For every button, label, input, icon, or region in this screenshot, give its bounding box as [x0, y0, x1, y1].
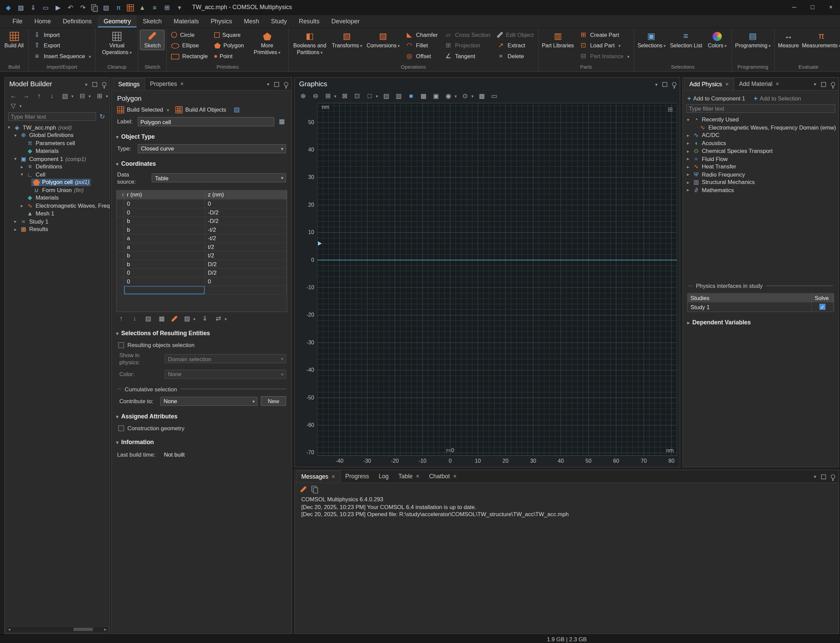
tab-log[interactable]: Log [374, 471, 394, 483]
load-table-button[interactable]: ▧ [183, 315, 196, 322]
expand-icon[interactable]: ▸ [685, 148, 691, 153]
menu-tab-materials[interactable]: Materials [168, 15, 205, 28]
tree-item-acoustics[interactable]: ▸◖Acoustics [683, 139, 838, 147]
tree-item-form-union[interactable]: ∪Form Union(fin) [5, 186, 109, 194]
menu-tab-home[interactable]: Home [28, 15, 57, 28]
add-to-component-button[interactable]: Add to Component 1 [687, 95, 745, 102]
scrollbar-thumb[interactable] [74, 628, 93, 631]
row-table-button[interactable]: ▦ [158, 315, 166, 322]
table-cell[interactable]: b [124, 217, 205, 225]
table-row[interactable]: 00 [117, 199, 287, 208]
section-dependent-variables[interactable]: Dependent Variables [687, 319, 834, 326]
collapse-icon[interactable]: ▾ [19, 172, 25, 177]
exchange-button[interactable]: ⇄ [214, 315, 227, 322]
view-left-button[interactable]: ▤ [382, 92, 391, 100]
refresh-icon[interactable]: ↻ [98, 113, 106, 121]
tree-item-recently-used[interactable]: ▾◔Recently Used [683, 116, 838, 124]
tree-item-electromagnetic-waves-frequency-domain-emw[interactable]: ∿Electromagnetic Waves, Frequency Domain… [683, 124, 838, 131]
table-cell[interactable]: D/2 [205, 260, 286, 268]
extract-button[interactable]: ↗Extract [494, 41, 536, 51]
chevron-down-icon[interactable] [267, 80, 269, 88]
tab-settings[interactable]: Settings [113, 78, 145, 90]
menu-tab-results[interactable]: Results [293, 15, 325, 28]
pin-icon[interactable] [102, 82, 106, 86]
build-all-icon[interactable] [127, 4, 134, 11]
table-cell[interactable]: a [124, 243, 205, 251]
booleans-and-partitions-button[interactable]: ◧Booleans and Partitions [290, 30, 329, 57]
close-tab-icon[interactable] [453, 473, 456, 480]
menu-tab-sketch[interactable]: Sketch [137, 15, 167, 28]
window-layout-icon[interactable]: ⊞ [163, 4, 171, 11]
section-coordinates[interactable]: Coordinates [116, 160, 287, 167]
pin-icon[interactable] [831, 82, 835, 86]
ellipse-button[interactable]: Ellipse [169, 41, 211, 51]
expand-all-button[interactable]: ⊞ [95, 92, 108, 100]
menu-tab-mesh[interactable]: Mesh [238, 15, 265, 28]
table-cell[interactable]: -t/2 [205, 234, 286, 242]
construction-geometry-checkbox[interactable] [118, 426, 124, 432]
polygon-button[interactable]: Polygon [211, 41, 247, 51]
tree-item-polygon-cell[interactable]: Polygon cell(pol1) [5, 178, 109, 186]
table-cell[interactable]: t/2 [205, 251, 286, 259]
expand-icon[interactable]: ▸ [685, 172, 691, 177]
expand-icon[interactable]: ▸ [685, 188, 691, 193]
data-source-select[interactable]: Table [152, 173, 286, 183]
selections-button[interactable]: ▣Selections [636, 30, 667, 51]
copy-button[interactable] [312, 486, 318, 493]
chevron-down-icon[interactable] [814, 473, 816, 480]
table-cell[interactable]: -D/2 [205, 217, 286, 225]
new-button[interactable]: New [261, 396, 286, 406]
rename-icon[interactable]: ▦ [278, 118, 286, 126]
build-all-objects-button[interactable]: Build All Objects [176, 106, 226, 113]
table-row[interactable]: a-t/2 [117, 233, 287, 242]
reset-view-button[interactable]: ⊡ [353, 92, 361, 100]
tab-add-material[interactable]: Add Material [734, 78, 784, 90]
row-list-button[interactable]: ▤ [144, 315, 152, 322]
contribute-to-select[interactable]: None [160, 397, 257, 406]
export-button[interactable]: ⇧Export [30, 41, 93, 51]
zoom-in-button[interactable]: ⊕ [299, 92, 307, 100]
build-all-button[interactable]: Build All [2, 30, 26, 51]
document-icon[interactable]: ▤ [233, 106, 241, 113]
expand-icon[interactable]: ▸ [685, 140, 691, 146]
menu-tab-physics[interactable]: Physics [205, 15, 238, 28]
table-cell[interactable] [205, 286, 286, 294]
fillet-button[interactable]: ◠Fillet [402, 41, 440, 51]
paste-icon[interactable]: ▤ [102, 4, 110, 11]
expand-icon[interactable]: ▸ [685, 156, 691, 162]
collapse-all-button[interactable]: ⊟ [78, 92, 91, 100]
parameters-icon[interactable]: π [114, 4, 123, 11]
popout-icon[interactable] [662, 82, 667, 86]
menu-tab-definitions[interactable]: Definitions [57, 15, 98, 28]
tab-properties[interactable]: Properties [145, 78, 189, 90]
nav-forward-button[interactable]: → [22, 92, 30, 100]
tab-chatbot[interactable]: Chatbot [424, 471, 461, 483]
tree-item-electromagnetic-waves-frequ[interactable]: ▸∿Electromagnetic Waves, Frequ [5, 202, 109, 210]
table-row[interactable]: 0-D/2 [117, 208, 287, 217]
table-cell[interactable]: 0 [124, 199, 205, 208]
view-right-button[interactable]: ▥ [395, 92, 403, 100]
solve-checkbox[interactable] [819, 304, 825, 310]
screenshot-button[interactable]: ▦ [478, 92, 486, 100]
row-move-up-button[interactable]: ↑ [117, 315, 125, 322]
pin-icon[interactable] [672, 82, 677, 86]
table-row[interactable]: 0D/2 [117, 268, 287, 277]
save-icon[interactable]: ⇓ [29, 4, 37, 11]
tree-item-radio-frequency[interactable]: ▸ΨRadio Frequency [683, 170, 838, 178]
zoom-selected-button[interactable]: ⊞ [324, 92, 336, 100]
zoom-out-button[interactable]: ⊖ [312, 92, 320, 100]
pin-icon[interactable] [284, 82, 288, 86]
selection-highlight-button[interactable]: ▣ [432, 92, 440, 100]
close-icon[interactable] [822, 0, 840, 15]
chevron-down-icon[interactable] [85, 80, 87, 88]
plot-canvas[interactable]: -40-30-20-100102030405060708050403020100… [295, 101, 680, 467]
load-part-button[interactable]: ⊡Load Part [577, 41, 632, 51]
more-primitives-button[interactable]: More Primitives [248, 30, 286, 57]
menu-tab-file[interactable]: File [7, 15, 28, 28]
virtual-operations-button[interactable]: Virtual Operations [97, 30, 136, 57]
expand-icon[interactable]: ▸ [19, 164, 25, 170]
render-wireframe-button[interactable]: ▩ [420, 92, 428, 100]
section-selections-of-resulting-entities[interactable]: Selections of Resulting Entities [116, 330, 287, 336]
minimize-icon[interactable] [785, 0, 803, 15]
offset-button[interactable]: ◎Offset [402, 51, 440, 62]
